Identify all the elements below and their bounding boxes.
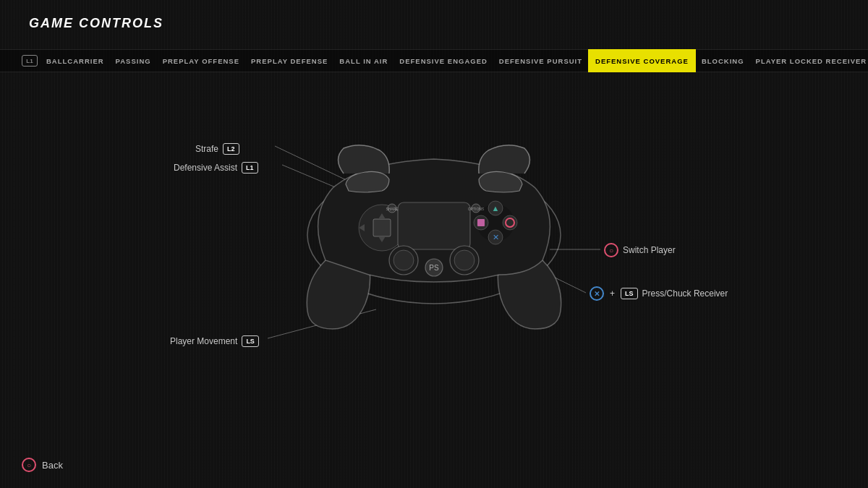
press-chuck-label: ✕ + LS Press/Chuck Receiver xyxy=(590,286,728,301)
back-circle-icon: ○ xyxy=(22,458,36,472)
back-label: Back xyxy=(42,460,63,471)
back-button[interactable]: ○ Back xyxy=(22,458,63,472)
tab-ball-in-air[interactable]: BALL IN AIR xyxy=(333,49,393,72)
press-chuck-cross-icon: ✕ xyxy=(590,286,604,301)
svg-point-20 xyxy=(393,250,414,270)
press-chuck-text: Press/Chuck Receiver xyxy=(642,288,728,299)
defensive-assist-text: Defensive Assist xyxy=(174,163,237,173)
tab-player-locked-receiver[interactable]: PLAYER LOCKED RECEIVER xyxy=(750,49,868,72)
switch-player-label: ○ Switch Player xyxy=(604,243,676,257)
plus-icon: + xyxy=(610,288,615,299)
player-movement-text: Player Movement xyxy=(170,336,237,346)
defensive-assist-button: L1 xyxy=(242,162,258,174)
tab-passing[interactable]: PASSING xyxy=(110,49,157,72)
tab-blocking[interactable]: BLOCKING xyxy=(696,49,750,72)
tab-preplay-defense[interactable]: PREPLAY DEFENSE xyxy=(245,49,333,72)
svg-point-22 xyxy=(454,250,475,270)
tab-defensive-engaged[interactable]: DEFENSIVE ENGAGED xyxy=(393,49,493,72)
svg-rect-31 xyxy=(477,219,485,226)
controller-svg: SHARE OPTIONS PS ▲ ✕ xyxy=(282,116,586,333)
switch-player-text: Switch Player xyxy=(623,245,676,255)
defensive-assist-label: Defensive Assist L1 xyxy=(174,162,258,174)
strafe-text: Strafe xyxy=(195,144,218,154)
tab-preplay-offense[interactable]: PREPLAY OFFENSE xyxy=(157,49,245,72)
svg-rect-12 xyxy=(398,202,470,249)
strafe-button: L2 xyxy=(223,143,239,155)
svg-text:▲: ▲ xyxy=(492,204,500,213)
tab-defensive-pursuit[interactable]: DEFENSIVE PURSUIT xyxy=(493,49,588,72)
player-movement-button: LS xyxy=(242,335,259,347)
tab-defensive-coverage[interactable]: DEFENSIVE COVERAGE xyxy=(588,49,696,72)
controller-image: SHARE OPTIONS PS ▲ ✕ xyxy=(282,116,586,335)
player-movement-label: Player Movement LS xyxy=(170,335,259,347)
left-bracket-icon: L1 xyxy=(22,55,38,67)
svg-rect-7 xyxy=(373,219,391,236)
press-chuck-ls-button: LS xyxy=(621,288,638,299)
svg-text:PS: PS xyxy=(429,264,439,272)
switch-player-circle-icon: ○ xyxy=(604,243,618,257)
tab-ballcarrier[interactable]: BALLCARRIER xyxy=(41,49,110,72)
svg-text:✕: ✕ xyxy=(493,233,499,241)
strafe-label: Strafe L2 xyxy=(195,143,239,155)
page-title: GAME CONTROLS xyxy=(29,16,163,31)
svg-text:SHARE: SHARE xyxy=(386,207,399,211)
nav-bar: L1 BALLCARRIER PASSING PREPLAY OFFENSE P… xyxy=(0,49,868,72)
